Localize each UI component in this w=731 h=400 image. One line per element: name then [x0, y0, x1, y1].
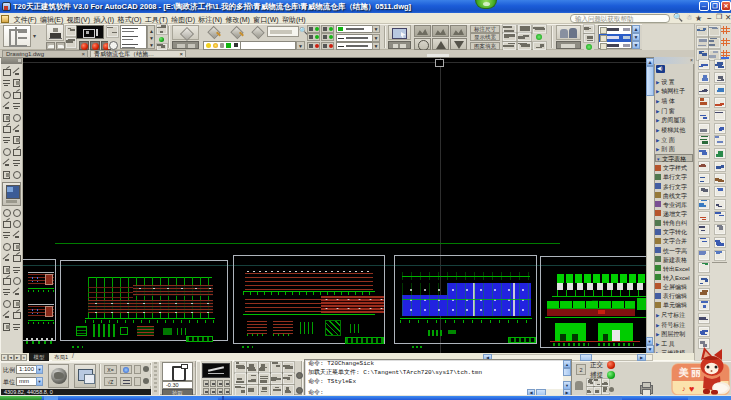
svg-text:♥: ♥	[689, 384, 694, 394]
svg-text:美丽: 美丽	[678, 367, 703, 378]
svg-text:♪: ♪	[682, 385, 686, 392]
